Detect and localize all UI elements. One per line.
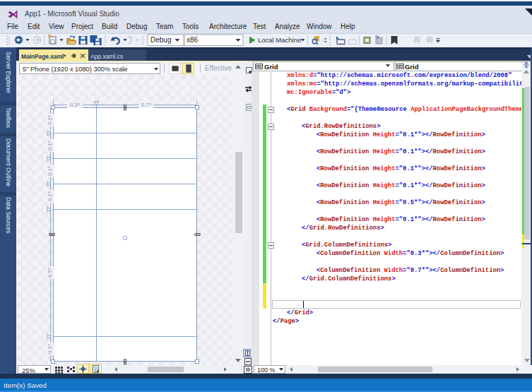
svg-text:0.1*: 0.1* (47, 344, 53, 354)
svg-text:0.3*: 0.3* (70, 102, 80, 108)
svg-text:0.1*: 0.1* (47, 166, 53, 176)
svg-text:0.7*: 0.7* (141, 102, 151, 108)
svg-text:x86: x86 (187, 36, 199, 44)
svg-text:0.1*: 0.1* (47, 115, 53, 125)
svg-text:0.5*: 0.5* (47, 268, 53, 278)
svg-text:Local Machine: Local Machine (258, 36, 301, 44)
svg-text:0.1*: 0.1* (47, 191, 53, 201)
svg-text:Debug: Debug (150, 36, 171, 44)
svg-text:0.1*: 0.1* (47, 141, 53, 150)
